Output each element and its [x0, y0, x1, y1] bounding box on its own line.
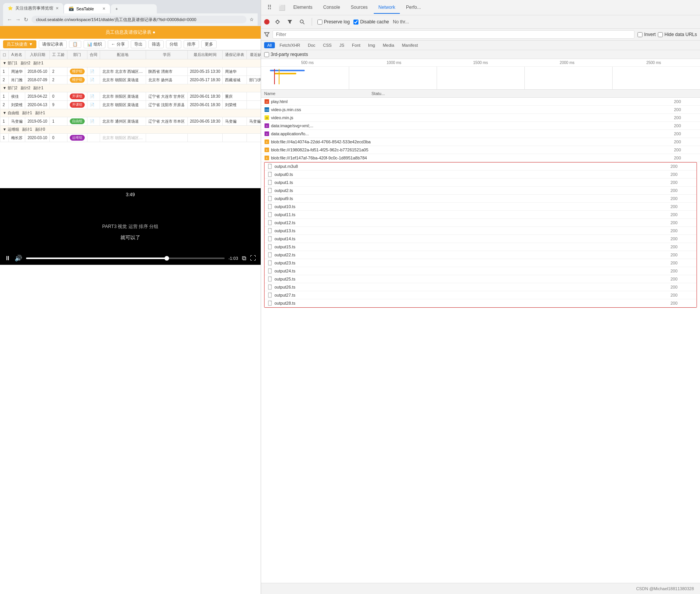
tab-elements[interactable]: Elements [289, 2, 317, 14]
tab-close-2[interactable]: ✕ [102, 7, 105, 11]
disable-cache-label[interactable]: Disable cache [353, 19, 389, 25]
network-item[interactable]: B blob:file:///1ef147af-76ba-420f-9c0c-1… [261, 154, 700, 162]
network-item[interactable]: B blob:file:///1980822a-fd51-4f25-962c-b… [261, 146, 700, 154]
third-party-checkbox[interactable] [264, 52, 269, 57]
tab-favicon-2: 🗃️ [69, 6, 74, 11]
network-item[interactable]: output0.ts 200 [265, 171, 697, 179]
progress-bar[interactable] [26, 258, 225, 259]
clear-btn[interactable] [273, 18, 282, 26]
network-item[interactable]: output9.ts 200 [265, 195, 697, 203]
fullscreen-btn[interactable]: ⛶ [250, 255, 256, 262]
sort-btn[interactable]: 排序 [184, 40, 199, 48]
third-party-label[interactable]: 3rd-party requests [264, 52, 697, 57]
filter-btn[interactable]: 筛选 [148, 40, 164, 48]
network-item[interactable]: output12.ts 200 [265, 219, 697, 227]
bookmark-btn[interactable]: ☆ [250, 17, 254, 22]
table-row[interactable]: 1 梅长苏 2020-03-10 0 运维组 北京市 朝阳区 西城区 通州市..… [0, 134, 261, 142]
disable-cache-checkbox[interactable] [353, 20, 358, 25]
quick-search-btn[interactable]: 员工快捷查 ▼ [3, 40, 36, 48]
browser-tabs: ⭐ 关注佳惠劳事博览馆 ✕ 🗃️ SeaTable ✕ + [3, 3, 258, 13]
type-media[interactable]: Media [380, 42, 397, 48]
preserve-log-checkbox[interactable] [317, 20, 322, 25]
new-tab-btn[interactable]: + [111, 4, 157, 13]
type-manifest[interactable]: Manifest [399, 42, 421, 48]
filter-input[interactable] [273, 30, 634, 39]
invert-label[interactable]: Invert [638, 32, 656, 37]
no-throttling[interactable]: No thr... [393, 19, 409, 25]
invert-checkbox[interactable] [638, 32, 642, 37]
network-item[interactable]: output28.ts 200 [265, 299, 697, 307]
browser-tab-2[interactable]: 🗃️ SeaTable ✕ [64, 4, 110, 13]
network-item[interactable]: output15.ts 200 [265, 243, 697, 251]
network-item[interactable]: JS video.min.js 200 [261, 114, 700, 122]
type-font[interactable]: Font [349, 42, 363, 48]
hide-data-label[interactable]: Hide data URLs [658, 32, 697, 37]
browser-tab-1[interactable]: ⭐ 关注佳惠劳事博览馆 ✕ [3, 3, 63, 13]
network-item[interactable]: H play.html 200 [261, 98, 700, 106]
tab-performance[interactable]: Perfo... [401, 2, 426, 14]
reload-btn[interactable]: ↻ [24, 16, 28, 23]
network-item[interactable]: output25.ts 200 [265, 275, 697, 283]
type-all[interactable]: All [264, 42, 275, 48]
volume-btn[interactable]: 🔊 [15, 254, 22, 262]
network-item[interactable]: output26.ts 200 [265, 283, 697, 291]
table-row[interactable]: 1 马变偏 2019-05-10 1 自由组 📄 北京市 通州区 菜场道 辽宁省… [0, 117, 261, 126]
network-item[interactable]: output22.ts 200 [265, 251, 697, 259]
network-item[interactable]: output11.ts 200 [265, 211, 697, 219]
type-js[interactable]: JS [336, 42, 347, 48]
browser-chrome: ⭐ 关注佳惠劳事博览馆 ✕ 🗃️ SeaTable ✕ + ← → ↻ ☆ [0, 0, 261, 26]
leave-record-btn[interactable]: 请假记录表 [39, 40, 67, 48]
address-input[interactable] [31, 16, 246, 23]
file-status-text: 200 [670, 293, 693, 297]
back-btn[interactable]: ← [7, 16, 12, 23]
file-type-icon [268, 164, 273, 169]
devtools-inspect-icon[interactable]: ⬜ [276, 2, 287, 13]
network-item[interactable]: output27.ts 200 [265, 291, 697, 299]
network-item[interactable]: output2.ts 200 [265, 187, 697, 195]
row-name: 周迪华 [9, 67, 25, 76]
file-name-text: output23.ts [274, 261, 670, 265]
network-item[interactable]: output14.ts 200 [265, 235, 697, 243]
hide-data-checkbox[interactable] [658, 32, 663, 37]
network-item[interactable]: D data:application/fo... 200 [261, 130, 700, 138]
table-row[interactable]: 1 侯佳 2019-04-22 0 开课组 📄 北京市 崇阳区 菜场道 辽宁省 … [0, 92, 261, 101]
type-fetch-xhr[interactable]: Fetch/XHR [276, 42, 303, 48]
group-label-2: ▼ 部门2 副计2 副计1 [0, 84, 261, 92]
tab-console[interactable]: Console [319, 2, 345, 14]
seatable-title: 员工信息及请假记录表 ● [105, 30, 156, 35]
type-css[interactable]: CSS [320, 42, 335, 48]
table-row[interactable]: 2 刘荣维 2020-04-13 9 开课组 📄 北京市 朝阳区 菜场道 辽宁省… [0, 101, 261, 109]
filter-icon[interactable] [286, 18, 294, 26]
forward-btn[interactable]: → [15, 16, 21, 23]
devtools-drag-icon[interactable]: ⠿ [264, 2, 275, 13]
record-btn[interactable] [264, 19, 269, 25]
network-item[interactable]: output13.ts 200 [265, 227, 697, 235]
row-checkbox[interactable]: 1 [0, 67, 9, 76]
search-icon[interactable] [298, 18, 306, 26]
row-checkbox[interactable]: 2 [0, 76, 9, 84]
tab-close-1[interactable]: ✕ [56, 6, 59, 10]
fullscreen-pip-btn[interactable]: ⧉ [242, 255, 246, 262]
table-row[interactable]: 2 肖门雅 2018-07-09 2 维护组 📄 北京市 朝阳区 菜场道 北京市… [0, 76, 261, 84]
type-img[interactable]: Img [365, 42, 378, 48]
network-item[interactable]: output.m3u8 200 [265, 162, 697, 171]
tab-network[interactable]: Network [374, 2, 400, 14]
network-item[interactable]: output10.ts 200 [265, 203, 697, 211]
type-doc[interactable]: Doc [305, 42, 319, 48]
clipboard-btn[interactable]: 📋 [69, 41, 81, 48]
pause-btn[interactable]: ⏸ [5, 255, 11, 262]
network-item[interactable]: output1.ts 200 [265, 179, 697, 187]
group-btn[interactable]: 分组 [166, 40, 181, 48]
network-item[interactable]: B blob:file:///4a14074a-22dd-4766-8542-5… [261, 138, 700, 146]
network-item[interactable]: output23.ts 200 [265, 259, 697, 267]
network-item[interactable]: output24.ts 200 [265, 267, 697, 275]
view-btn[interactable]: 📊 组织 [84, 40, 105, 48]
network-item[interactable]: CSS video-js.min.css 200 [261, 106, 700, 114]
network-item[interactable]: D data:image/svg+xml;... 200 [261, 122, 700, 130]
export-btn[interactable]: 导出 [131, 40, 146, 48]
share-btn[interactable]: ← 分享 [108, 40, 128, 48]
tab-sources[interactable]: Sources [346, 2, 372, 14]
more-btn[interactable]: 更多 [201, 40, 217, 48]
table-row[interactable]: 1 周迪华 2018-05-10 2 维护组 📄 北京市 北京市 西城区 菜场道… [0, 67, 261, 76]
preserve-log-label[interactable]: Preserve log [317, 19, 350, 25]
